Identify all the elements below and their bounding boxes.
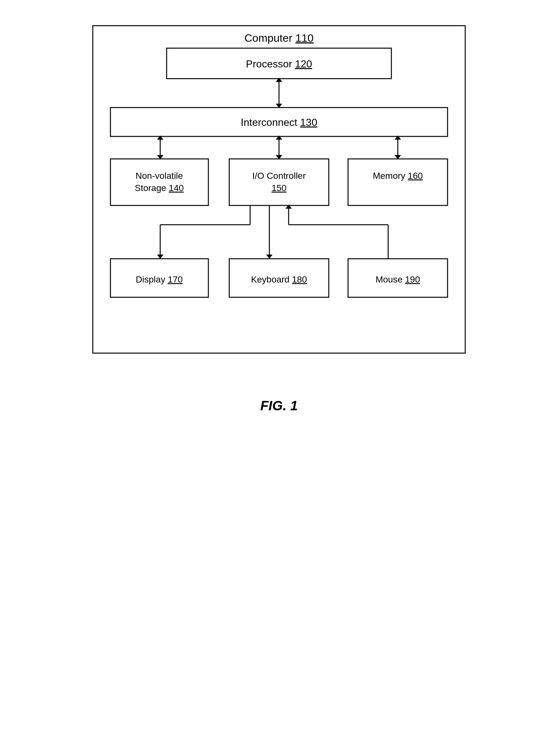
svg-text:Memory 160: Memory 160 (373, 171, 423, 181)
architecture-diagram: Computer 110 Processor 120 Interconnect … (86, 19, 472, 372)
svg-text:Computer
        110: Computer 110 (244, 32, 313, 44)
svg-rect-18 (110, 159, 208, 205)
svg-text:Processor 120: Processor 120 (246, 58, 312, 70)
svg-text:Mouse 190: Mouse 190 (376, 275, 420, 284)
svg-text:Non-volatile: Non-volatile (135, 171, 183, 181)
svg-text:Storage 140: Storage 140 (135, 183, 184, 193)
diagram-area: Computer 110 Processor 120 Interconnect … (70, 19, 488, 414)
svg-text:Keyboard 180: Keyboard 180 (251, 275, 307, 284)
svg-rect-24 (348, 159, 448, 205)
svg-text:I/O Controller: I/O Controller (252, 171, 306, 181)
page-container: Computer 110 Processor 120 Interconnect … (0, 0, 558, 756)
svg-rect-21 (229, 159, 329, 205)
svg-text:Interconnect 130: Interconnect 130 (241, 116, 317, 128)
svg-text:150: 150 (272, 183, 287, 193)
svg-text:Display 170: Display 170 (136, 275, 183, 284)
figure-label: FIG. 1 (260, 398, 298, 414)
